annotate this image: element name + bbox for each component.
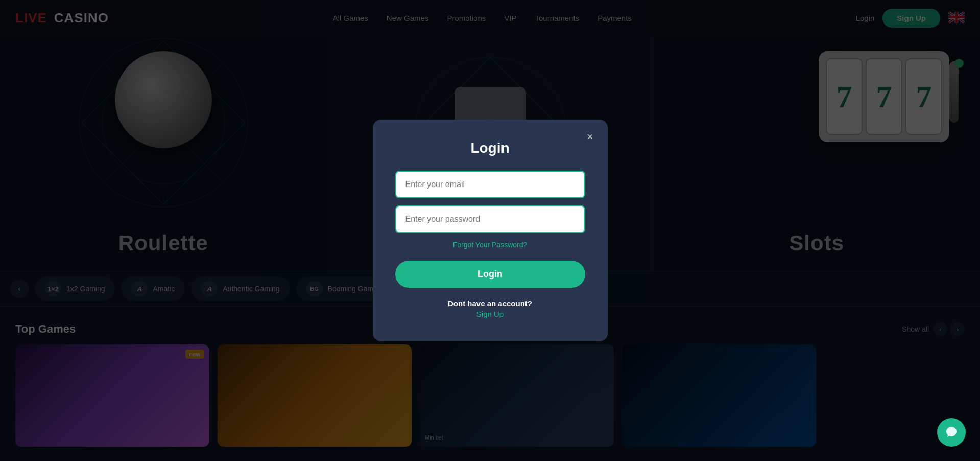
password-input[interactable]: [395, 205, 585, 233]
modal-title: Login: [395, 140, 585, 156]
modal-close-button[interactable]: ×: [582, 129, 599, 145]
modal-signup-link[interactable]: Sign Up: [476, 310, 504, 318]
forgot-password-area: Forgot Your Password?: [395, 240, 585, 249]
modal-footer: Dont have an account? Sign Up: [395, 299, 585, 319]
no-account-text: Dont have an account?: [395, 299, 585, 308]
forgot-password-link[interactable]: Forgot Your Password?: [453, 241, 528, 249]
modal-login-button[interactable]: Login: [395, 261, 585, 288]
chat-button[interactable]: [937, 418, 966, 447]
email-input[interactable]: [395, 171, 585, 198]
login-modal: × Login Forgot Your Password? Login Dont…: [373, 120, 608, 341]
